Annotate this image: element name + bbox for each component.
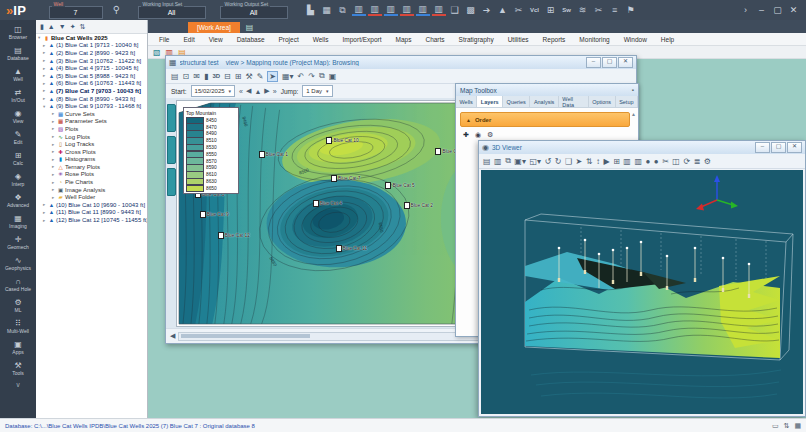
maximize-icon[interactable]: ▢ xyxy=(602,57,617,68)
histogram-icon[interactable]: ▥ xyxy=(384,4,398,16)
monitor-icon[interactable]: ▭ xyxy=(772,422,779,430)
tree-item-blue-cat-10[interactable]: ▸ (10) Blue Cat 10 [9690 - 10043 ft] xyxy=(36,201,147,209)
contour-map-icon[interactable]: ▩ xyxy=(464,5,478,15)
composite-plot-icon[interactable]: ▥ xyxy=(432,4,446,16)
sidebar-item-multi-well[interactable]: ⠿ Multi-Well xyxy=(1,316,35,337)
manage-sets-icon[interactable]: ⧉ xyxy=(336,5,350,15)
sidebar-item-browser[interactable]: ◫ Browser xyxy=(1,22,35,43)
sidebar-item-view[interactable]: ◉ View xyxy=(1,106,35,127)
tree-item-log-plots[interactable]: ▸ Log Plots xyxy=(36,133,147,141)
globe-icon[interactable]: ● xyxy=(654,157,659,166)
tree-item-pie-charts[interactable]: ▸ Pie Charts xyxy=(36,178,147,186)
save-map-icon[interactable]: ▤ xyxy=(171,72,179,81)
last-step-icon[interactable]: » xyxy=(273,88,277,95)
scroll-left-icon[interactable]: ◀ xyxy=(170,332,175,340)
sidebar-item-in-out[interactable]: ⇄ In/Out xyxy=(1,85,35,106)
reset-view-icon[interactable]: ❑ xyxy=(565,157,572,166)
first-step-icon[interactable]: « xyxy=(239,88,243,95)
sidebar-item-well[interactable]: ▲ Well xyxy=(1,64,35,85)
edit-grid-icon[interactable]: ⊞ xyxy=(235,72,242,81)
filter-icon[interactable]: ▼ xyxy=(59,23,66,30)
redo-icon[interactable]: ↷ xyxy=(308,72,315,81)
well-walker-icon[interactable]: ⚲ xyxy=(110,5,124,15)
map-view-icon[interactable]: ❑ xyxy=(448,5,462,15)
toolbox-tab-well-data[interactable]: Well Data xyxy=(559,96,589,107)
order-section-header[interactable]: ▲ Order xyxy=(460,112,630,127)
menu-item[interactable]: Edit xyxy=(176,36,201,43)
close-icon[interactable]: ✕ xyxy=(618,57,633,68)
sidebar-item-tools[interactable]: ⚒ Tools xyxy=(1,358,35,379)
sidebar-item-apps[interactable]: ▣ Apps xyxy=(1,337,35,358)
refresh-icon[interactable]: ⟳ xyxy=(683,157,690,166)
menu-item[interactable]: Database xyxy=(230,36,272,43)
menu-item[interactable]: Monitoring xyxy=(572,36,616,43)
tree-item-blue-cat-4[interactable]: ▸ (4) Blue Cat 4 [9715 - 10045 ft] xyxy=(36,64,147,72)
horizontal-scrollbar[interactable] xyxy=(178,332,501,341)
grid-status-icon[interactable]: ▦ xyxy=(794,422,801,430)
chevron-down-icon[interactable]: ∨ xyxy=(15,381,20,389)
tree-item-parameter-sets[interactable]: ▸ Parameter Sets xyxy=(36,118,147,126)
print-map-icon[interactable]: ⊡ xyxy=(183,72,190,81)
tree-item-plots[interactable]: ▸ Plots xyxy=(36,125,147,133)
menu-item[interactable]: Import/Export xyxy=(336,36,389,43)
save-3d-icon[interactable]: ▥ xyxy=(494,157,502,166)
minimize-icon[interactable]: – xyxy=(755,142,770,153)
tree-item-blue-cat-3[interactable]: ▸ (3) Blue Cat 3 [10762 - 11422 ft] xyxy=(36,57,147,65)
sidebar-item-interp[interactable]: ◈ Interp xyxy=(1,169,35,190)
grid-panels-icon[interactable]: ⊞ xyxy=(613,157,620,166)
working-output-set-selector[interactable]: Working Output Set All xyxy=(220,1,288,19)
maximize-icon[interactable]: ▢ xyxy=(771,142,786,153)
tree-item-blue-cat-8[interactable]: ▸ (8) Blue Cat 8 [8990 - 9433 ft] xyxy=(36,95,147,103)
cutoff-summary-icon[interactable]: ≋ xyxy=(576,5,590,15)
database-tree-icon[interactable]: ▮ xyxy=(40,23,44,31)
sidebar-item-edit[interactable]: ✎ Edit xyxy=(1,127,35,148)
well-list-icon[interactable]: ▲ xyxy=(48,23,55,30)
light-icon[interactable]: ● xyxy=(645,157,650,166)
tree-item-ternary-plots[interactable]: ▸ Ternary Plots xyxy=(36,163,147,171)
next-step-icon[interactable]: ▶ xyxy=(264,87,269,95)
snapshot-icon[interactable]: ▣ xyxy=(329,72,337,81)
route-icon[interactable]: ➔ xyxy=(480,5,494,15)
tree-item-blue-cat-7[interactable]: ▸ (7) Blue Cat 7 [9703 - 10043 ft] xyxy=(36,87,147,95)
sidebar-item-geomech[interactable]: ✛ Geomech xyxy=(1,232,35,253)
tree-item-blue-cat-11[interactable]: ▸ (11) Blue Cat 11 [8990 - 9443 ft] xyxy=(36,209,147,217)
new-workspace-tab-icon[interactable]: ▤ xyxy=(246,22,254,33)
favorites-icon[interactable]: ✦ xyxy=(70,23,76,31)
sidebar-item-ml[interactable]: ⚙ ML xyxy=(1,295,35,316)
grid-table-icon[interactable]: ⊞ xyxy=(544,5,558,15)
layer-style-icon[interactable]: ▦▾ xyxy=(282,72,294,81)
rotate-left-icon[interactable]: ↺ xyxy=(545,157,552,166)
tree-item-image-analysis[interactable]: ▸ Image Analysis xyxy=(36,186,147,194)
three-d-view-icon[interactable]: 3D xyxy=(212,73,220,79)
toolbox-tab-analysis[interactable]: Analysis xyxy=(530,96,558,107)
toolbox-tab-layers[interactable]: Layers xyxy=(477,96,503,107)
tab-work-area[interactable]: [Work Area] xyxy=(188,22,240,33)
map-window-titlebar[interactable]: ▦ structural test _ view > Mapping route… xyxy=(166,56,636,69)
splice-icon[interactable]: ✂ xyxy=(512,5,526,15)
export-map-icon[interactable]: ✉ xyxy=(193,72,200,81)
tree-item-rose-plots[interactable]: ▸ Rose Plots xyxy=(36,171,147,179)
scroll-up-icon[interactable]: ▲ xyxy=(631,111,636,117)
tree-item-blue-cat-9[interactable]: ▾ (9) Blue Cat 9 [10793 - 11468 ft] xyxy=(36,102,147,110)
tree-item-well-folder[interactable]: ▸ Well Folder xyxy=(36,193,147,201)
close-icon[interactable]: ✕ xyxy=(787,142,802,153)
annotate-icon[interactable]: ✎ xyxy=(257,72,264,81)
rotate-right-icon[interactable]: ↻ xyxy=(555,157,562,166)
layout-icon[interactable]: ◫ xyxy=(672,157,680,166)
maximize-icon[interactable]: ▢ xyxy=(771,5,784,15)
tree-item-log-tracks[interactable]: ▸ Log Tracks xyxy=(36,140,147,148)
current-step-icon[interactable]: ▲ xyxy=(254,88,261,95)
log-view-icon[interactable]: ▮ xyxy=(204,72,208,81)
view-menu-icon[interactable]: ◱▾ xyxy=(529,157,541,166)
tree-item-curve-sets[interactable]: ▸ Curve Sets xyxy=(36,110,147,118)
scene-menu-icon[interactable]: ▣▾ xyxy=(514,157,526,166)
ribbon-toggle-icon[interactable]: › xyxy=(739,5,752,15)
crossplot-icon[interactable]: ▥ xyxy=(368,4,382,16)
three-d-viewer-titlebar[interactable]: ◉ 3D Viewer –▢✕ xyxy=(479,141,805,154)
open-3d-icon[interactable]: ▤ xyxy=(483,157,491,166)
open-workspace-icon[interactable]: ▧ xyxy=(153,48,161,57)
menu-item[interactable]: File xyxy=(152,36,176,43)
panel-right-icon[interactable]: ▥ xyxy=(634,157,642,166)
tree-root-wells-database[interactable]: ▾ Blue Cat Wells 2025 xyxy=(36,34,147,42)
add-layer-icon[interactable]: ✚ xyxy=(463,131,469,139)
